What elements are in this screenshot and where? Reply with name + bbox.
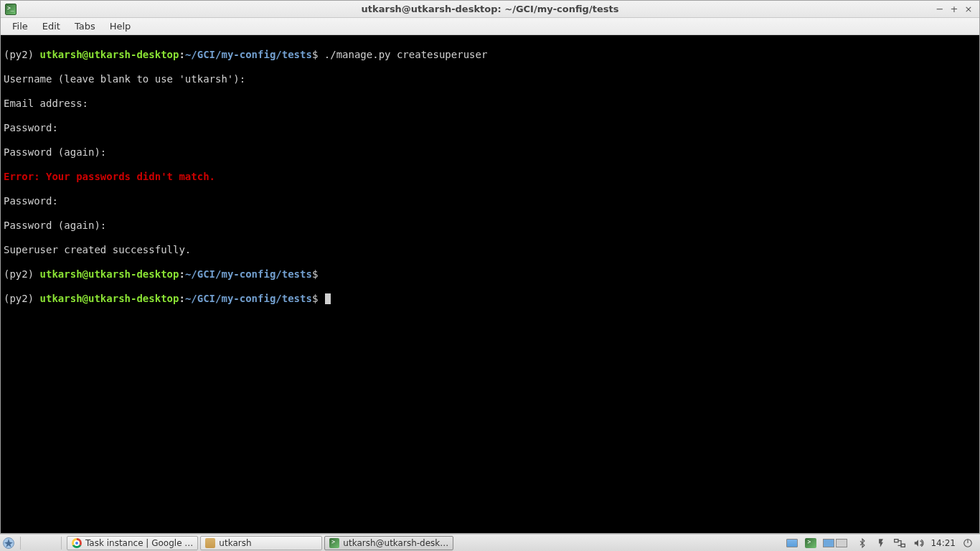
terminal-window: utkarsh@utkarsh-desktop: ~/GCI/my-config… [0,0,980,534]
launcher-chrome[interactable] [42,535,58,551]
prompt-env: (py2) [4,49,40,60]
cursor [325,293,331,304]
terminal-line: Email address: [4,98,976,110]
menu-help[interactable]: Help [104,19,137,33]
folder-icon [205,538,215,548]
taskbar-task-chrome[interactable]: Task instance | Google … [67,536,198,550]
terminal-error-line: Error: Your passwords didn't match. [4,171,976,183]
tray-terminal-icon[interactable] [804,537,817,550]
window-controls: − + × [935,4,979,14]
terminal-line: Password (again): [4,220,976,232]
prompt-colon: : [179,268,184,280]
show-desktop-button[interactable] [786,537,798,550]
prompt-path: ~/GCI/my-config/tests [185,49,312,60]
window-titlebar[interactable]: utkarsh@utkarsh-desktop: ~/GCI/my-config… [1,1,979,18]
terminal-line: Username (leave blank to use 'utkarsh'): [4,73,976,85]
taskbar: Task instance | Google … utkarsh utkarsh… [0,534,980,551]
menu-file[interactable]: File [6,19,34,33]
prompt-env: (py2) [4,293,40,304]
start-menu-icon [2,537,15,550]
system-tray: 14:21 [786,537,980,550]
prompt-dollar: $ [312,268,318,280]
terminal-line: (py2) utkarsh@utkarsh-desktop:~/GCI/my-c… [4,268,976,281]
prompt-colon: : [179,49,184,60]
maximize-button[interactable]: + [949,4,959,14]
svg-rect-2 [901,544,905,547]
prompt-path: ~/GCI/my-config/tests [185,268,312,280]
menu-edit[interactable]: Edit [37,19,66,33]
terminal-line: (py2) utkarsh@utkarsh-desktop:~/GCI/my-c… [4,293,976,305]
taskbar-task-nautilus[interactable]: utkarsh [200,536,322,550]
terminal-line: Password (again): [4,146,976,159]
separator [20,537,21,550]
workspace-1[interactable] [823,539,834,547]
terminal-line: Password: [4,195,976,207]
session-icon[interactable] [961,537,974,550]
prompt-env: (py2) [4,268,40,280]
window-title: utkarsh@utkarsh-desktop: ~/GCI/my-config… [1,4,979,14]
terminal-command: ./manage.py createsuperuser [318,49,487,60]
prompt-colon: : [179,293,184,304]
chrome-icon [72,538,82,548]
prompt-dollar: $ [312,293,318,304]
menubar: File Edit Tabs Help [1,18,979,35]
close-button[interactable]: × [963,4,974,14]
terminal-icon [805,538,816,548]
terminal-line: Password: [4,122,976,134]
task-label: Task instance | Google … [85,538,193,548]
terminal-icon [329,538,339,548]
prompt-user-host: utkarsh@utkarsh-desktop [40,268,179,280]
terminal-line: Superuser created successfully. [4,244,976,256]
bluetooth-icon[interactable] [856,537,869,550]
menu-tabs[interactable]: Tabs [69,19,101,33]
power-icon[interactable] [875,537,887,550]
prompt-user-host: utkarsh@utkarsh-desktop [40,293,179,304]
prompt-user-host: utkarsh@utkarsh-desktop [40,49,179,60]
workspace-2[interactable] [836,539,847,547]
clock[interactable]: 14:21 [930,538,956,548]
terminal-viewport[interactable]: (py2) utkarsh@utkarsh-desktop:~/GCI/my-c… [1,35,979,533]
separator [61,537,62,550]
prompt-path: ~/GCI/my-config/tests [185,293,312,304]
minimize-button[interactable]: − [935,4,945,14]
launcher-files[interactable] [25,535,41,551]
start-menu-button[interactable] [0,534,17,552]
workspace-switcher[interactable] [823,539,847,547]
volume-icon[interactable] [912,537,925,550]
taskbar-task-terminal[interactable]: utkarsh@utkarsh-desk… [324,536,453,550]
svg-rect-1 [895,539,898,542]
network-icon[interactable] [893,537,906,550]
terminal-line: (py2) utkarsh@utkarsh-desktop:~/GCI/my-c… [4,49,976,61]
task-label: utkarsh@utkarsh-desk… [343,538,448,548]
task-label: utkarsh [219,538,251,548]
desktop-icon [786,539,798,547]
